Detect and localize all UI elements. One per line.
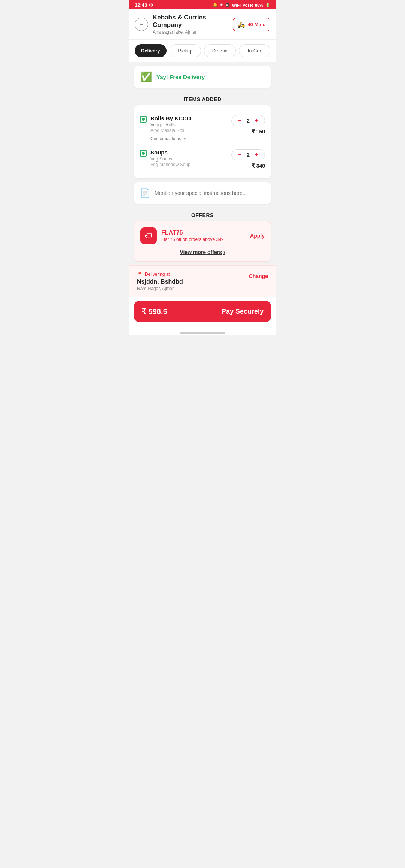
home-indicator bbox=[129, 329, 276, 335]
pay-label: Pay Securely bbox=[222, 308, 264, 316]
change-address-button[interactable]: Change bbox=[249, 273, 268, 279]
back-arrow-icon: ← bbox=[138, 21, 144, 28]
battery-icon: 88% bbox=[255, 3, 263, 7]
restaurant-info: Kebabs & Curries Company Ana sagar lake,… bbox=[153, 14, 228, 35]
free-delivery-banner: ✅ Yay! Free Delivery bbox=[134, 66, 271, 88]
item-2-price: ₹ 340 bbox=[252, 163, 265, 169]
wifi-icon: WiFi bbox=[232, 3, 241, 7]
restaurant-name: Kebabs & Curries Company bbox=[153, 14, 228, 29]
delivery-address-info: 📍 Delivering at Nsjddn, Bshdbd Ram Nagar… bbox=[137, 272, 183, 291]
status-time-area: 12:43 ⚙ bbox=[135, 2, 153, 8]
offer-code: FLAT75 bbox=[161, 229, 246, 236]
status-icons-area: 🔔 ✴ 🔇 WiFi Vo) R 88% 🔋 bbox=[213, 3, 270, 7]
item-2-quantity: 2 bbox=[247, 152, 250, 158]
item-1-qty-control: − 2 + bbox=[231, 115, 265, 126]
tab-pickup[interactable]: Pickup bbox=[170, 44, 201, 57]
item-1-increase-button[interactable]: + bbox=[254, 117, 260, 124]
item-2-variant: Veg Manchow Soup bbox=[150, 162, 228, 167]
delivery-address-row: 📍 Delivering at Nsjddn, Bshdbd Ram Nagar… bbox=[137, 272, 268, 291]
scooter-icon: 🛵 bbox=[238, 21, 245, 28]
mute-icon: 🔇 bbox=[225, 3, 230, 7]
order-type-tabs: Delivery Pickup Dine-in In-Car bbox=[129, 40, 276, 62]
free-delivery-text: Yay! Free Delivery bbox=[156, 74, 205, 80]
tab-in-car[interactable]: In-Car bbox=[239, 44, 271, 57]
customizations-toggle[interactable]: Customizations ▼ bbox=[150, 136, 228, 141]
offer-row: 🏷 FLAT75 Flat 75 off on orders above 399… bbox=[140, 227, 265, 244]
chevron-down-icon: ▼ bbox=[183, 136, 187, 141]
special-instructions-card: 📄 bbox=[134, 182, 271, 204]
item-1-decrease-button[interactable]: − bbox=[236, 117, 243, 124]
battery-graphic: 🔋 bbox=[265, 3, 270, 7]
customizations-label: Customizations bbox=[150, 136, 181, 141]
signal-icon: Vo) R bbox=[243, 3, 253, 7]
item-1-category: Veggie Rolls bbox=[150, 122, 228, 127]
item-1-price: ₹ 150 bbox=[252, 129, 265, 135]
percent-icon: 🏷 bbox=[145, 232, 152, 240]
offers-section: OFFERS 🏷 FLAT75 Flat 75 off on orders ab… bbox=[129, 208, 276, 265]
item-2-name: Soups bbox=[150, 149, 228, 156]
alarm-icon: 🔔 bbox=[213, 3, 218, 7]
item-1-quantity: 2 bbox=[247, 118, 250, 124]
delivering-at-label: 📍 Delivering at bbox=[137, 272, 183, 277]
restaurant-location: Ana sagar lake, Ajmer bbox=[153, 30, 228, 35]
delivery-address-name: Nsjddn, Bshdbd bbox=[137, 278, 183, 285]
special-instructions-input[interactable] bbox=[154, 190, 265, 196]
delivery-address-sub: Ram Nagar, Ajmer bbox=[137, 286, 183, 291]
pay-securely-button[interactable]: ₹ 598.5 Pay Securely bbox=[134, 301, 271, 322]
items-card: Rolls By KCCO Veggie Rolls Aloo Masala R… bbox=[134, 105, 271, 178]
item-2-qty-control: − 2 + bbox=[231, 149, 265, 160]
chevron-right-icon: › bbox=[224, 249, 225, 255]
restaurant-header: ← Kebabs & Curries Company Ana sagar lak… bbox=[129, 9, 276, 40]
offer-info: FLAT75 Flat 75 off on orders above 399 bbox=[161, 229, 246, 242]
settings-icon: ⚙ bbox=[149, 3, 153, 8]
veg-icon-2 bbox=[140, 150, 147, 157]
item-2-controls: − 2 + ₹ 340 bbox=[231, 149, 265, 169]
check-badge-icon: ✅ bbox=[140, 71, 152, 83]
table-row: Soups Veg Soups Veg Manchow Soup − 2 + ₹… bbox=[140, 145, 265, 172]
item-2-category: Veg Soups bbox=[150, 156, 228, 162]
table-row: Rolls By KCCO Veggie Rolls Aloo Masala R… bbox=[140, 111, 265, 145]
item-2-details: Soups Veg Soups Veg Manchow Soup bbox=[150, 149, 228, 167]
delivery-time-button[interactable]: 🛵 40 Mins bbox=[233, 18, 270, 31]
offer-description: Flat 75 off on orders above 399 bbox=[161, 237, 246, 242]
tab-dine-in[interactable]: Dine-in bbox=[204, 44, 236, 57]
status-bar: 12:43 ⚙ 🔔 ✴ 🔇 WiFi Vo) R 88% 🔋 bbox=[129, 0, 276, 9]
bluetooth-icon: ✴ bbox=[220, 3, 223, 7]
apply-offer-button[interactable]: Apply bbox=[250, 233, 265, 239]
offers-section-title: OFFERS bbox=[134, 208, 271, 221]
offer-badge-icon: 🏷 bbox=[140, 227, 157, 244]
items-section-title: ITEMS ADDED bbox=[129, 92, 276, 105]
location-pin-icon: 📍 bbox=[137, 272, 142, 277]
pay-amount: ₹ 598.5 bbox=[141, 307, 167, 316]
home-bar bbox=[180, 332, 225, 334]
item-1-details: Rolls By KCCO Veggie Rolls Aloo Masala R… bbox=[150, 115, 228, 141]
delivery-address-card: 📍 Delivering at Nsjddn, Bshdbd Ram Nagar… bbox=[129, 265, 276, 297]
item-2-decrease-button[interactable]: − bbox=[236, 151, 243, 158]
item-1-variant: Aloo Masala Roll bbox=[150, 128, 228, 133]
delivery-time-label: 40 Mins bbox=[248, 22, 266, 27]
veg-icon-1 bbox=[140, 116, 147, 123]
item-1-name: Rolls By KCCO bbox=[150, 115, 228, 121]
offers-card: 🏷 FLAT75 Flat 75 off on orders above 399… bbox=[134, 221, 271, 262]
status-time: 12:43 bbox=[135, 2, 147, 8]
tab-delivery[interactable]: Delivery bbox=[135, 44, 166, 57]
item-1-controls: − 2 + ₹ 150 bbox=[231, 115, 265, 135]
back-button[interactable]: ← bbox=[135, 18, 148, 31]
item-2-increase-button[interactable]: + bbox=[254, 151, 260, 158]
instructions-icon: 📄 bbox=[140, 188, 150, 198]
pay-bar: ₹ 598.5 Pay Securely bbox=[129, 297, 276, 329]
view-more-offers-button[interactable]: View more offers › bbox=[140, 249, 265, 255]
